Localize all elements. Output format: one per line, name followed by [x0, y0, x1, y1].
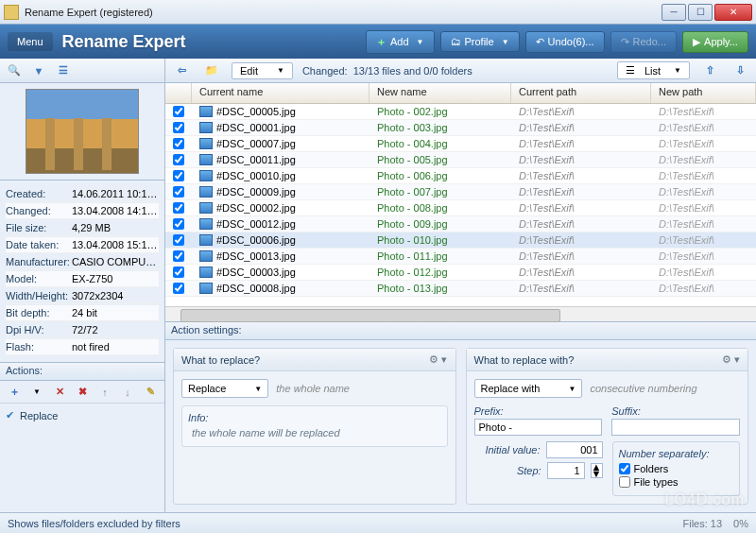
current-name: #DSC_00007.jpg: [216, 138, 296, 149]
filetypes-checkbox[interactable]: [619, 476, 630, 488]
col-checkbox[interactable]: [165, 83, 192, 103]
panel-title: What to replace?: [181, 354, 260, 366]
file-icon: [199, 218, 213, 230]
dropdown-action-button[interactable]: ▼: [26, 383, 47, 402]
status-text: Shows files/folders excluded by filters: [8, 518, 180, 529]
table-row[interactable]: #DSC_00002.jpg Photo - 008.jpg D:\Test\E…: [165, 200, 756, 216]
profile-button[interactable]: 🗂 Profile▼: [440, 31, 520, 52]
horizontal-scrollbar[interactable]: [165, 306, 756, 321]
undo-button[interactable]: ↶ Undo(6)...: [525, 31, 605, 53]
table-row[interactable]: #DSC_00005.jpg Photo - 002.jpg D:\Test\E…: [165, 104, 756, 120]
minimize-button[interactable]: ─: [662, 4, 686, 21]
move-up-button[interactable]: ↑: [94, 383, 115, 402]
row-checkbox[interactable]: [173, 234, 184, 246]
redo-button[interactable]: ↷ Redo...: [610, 31, 677, 53]
new-name: Photo - 002.jpg: [369, 106, 511, 117]
table-row[interactable]: #DSC_00007.jpg Photo - 004.jpg D:\Test\E…: [165, 136, 756, 152]
file-icon: [199, 266, 213, 278]
row-checkbox[interactable]: [173, 170, 184, 181]
table-row[interactable]: #DSC_00010.jpg Photo - 006.jpg D:\Test\E…: [165, 168, 756, 184]
meta-key: Manufacturer:: [6, 256, 72, 267]
add-button[interactable]: ＋ Add▼: [366, 30, 435, 54]
edit-action-button[interactable]: ✎: [140, 383, 161, 402]
nav-back-button[interactable]: ⇦: [171, 61, 192, 80]
col-current-path[interactable]: Current path: [511, 83, 651, 103]
row-checkbox[interactable]: [173, 266, 184, 278]
col-new-name[interactable]: New name: [369, 83, 511, 103]
current-name: #DSC_00005.jpg: [216, 106, 296, 117]
row-checkbox[interactable]: [173, 250, 184, 262]
replace-with-dropdown[interactable]: Replace with ▼: [474, 379, 583, 398]
new-name: Photo - 011.jpg: [369, 250, 511, 262]
replace-mode-dropdown[interactable]: Replace ▼: [181, 379, 268, 398]
move-down-button[interactable]: ↓: [117, 383, 138, 402]
row-checkbox[interactable]: [173, 154, 184, 165]
table-row[interactable]: #DSC_00012.jpg Photo - 009.jpg D:\Test\E…: [165, 216, 756, 232]
gear-icon[interactable]: ⚙ ▾: [722, 353, 740, 366]
collapse-down-button[interactable]: ⇩: [730, 61, 750, 80]
current-path: D:\Test\Exif\: [511, 202, 651, 214]
row-checkbox[interactable]: [173, 218, 184, 230]
list-tab[interactable]: ☰: [53, 61, 74, 80]
current-name: #DSC_00006.jpg: [216, 234, 296, 246]
new-name: Photo - 009.jpg: [369, 218, 511, 230]
action-item[interactable]: ✔ Replace: [4, 407, 161, 423]
table-row[interactable]: #DSC_00008.jpg Photo - 013.jpg D:\Test\E…: [165, 281, 756, 297]
remove-action-button[interactable]: ✕: [49, 383, 70, 402]
maximize-button[interactable]: ☐: [688, 4, 713, 21]
replace-with-panel: What to replace with? ⚙ ▾ Replace with ▼…: [466, 348, 749, 505]
file-list[interactable]: #DSC_00005.jpg Photo - 002.jpg D:\Test\E…: [165, 104, 756, 306]
meta-value: 3072x2304: [72, 290, 159, 301]
step-down[interactable]: ▼: [592, 471, 602, 477]
meta-value: 13.04.2008 15:11:28: [72, 239, 159, 250]
right-pane: ⇦ 📁 Edit ▼ Changed: 13/13 files and 0/0 …: [165, 59, 756, 512]
add-action-button[interactable]: ＋: [4, 383, 25, 402]
edit-dropdown[interactable]: Edit ▼: [232, 62, 293, 79]
table-row[interactable]: #DSC_00013.jpg Photo - 011.jpg D:\Test\E…: [165, 249, 756, 265]
table-row[interactable]: #DSC_00011.jpg Photo - 005.jpg D:\Test\E…: [165, 152, 756, 168]
current-name: #DSC_00008.jpg: [216, 283, 296, 294]
apply-button[interactable]: ▶ Apply...: [682, 31, 748, 53]
settings-body: What to replace? ⚙ ▾ Replace ▼ the whole…: [165, 340, 756, 512]
current-path: D:\Test\Exif\: [511, 266, 651, 278]
new-name: Photo - 004.jpg: [369, 138, 511, 149]
table-row[interactable]: #DSC_00003.jpg Photo - 012.jpg D:\Test\E…: [165, 265, 756, 281]
col-current-name[interactable]: Current name: [192, 83, 369, 103]
status-files: Files: 13: [683, 518, 723, 529]
file-icon: [199, 283, 213, 294]
undo-icon: ↶: [536, 36, 544, 48]
new-path: D:\Test\Exif\: [651, 283, 756, 294]
prefix-input[interactable]: [474, 419, 603, 436]
step-input[interactable]: [547, 462, 585, 479]
row-checkbox[interactable]: [173, 106, 184, 117]
zoom-tab[interactable]: 🔍: [4, 61, 25, 80]
view-dropdown[interactable]: ☰ List ▼: [617, 61, 690, 79]
table-row[interactable]: #DSC_00006.jpg Photo - 010.jpg D:\Test\E…: [165, 232, 756, 249]
folder-icon[interactable]: 📁: [201, 61, 222, 80]
table-row[interactable]: #DSC_00009.jpg Photo - 007.jpg D:\Test\E…: [165, 184, 756, 200]
row-checkbox[interactable]: [173, 186, 184, 198]
meta-key: Flash:: [6, 341, 72, 352]
meta-key: Width/Height:: [6, 290, 72, 301]
filetypes-checkbox-row[interactable]: File types: [619, 476, 734, 488]
folders-checkbox-row[interactable]: Folders: [619, 463, 734, 474]
list-toolbar: ⇦ 📁 Edit ▼ Changed: 13/13 files and 0/0 …: [165, 59, 756, 83]
menu-button[interactable]: Menu: [8, 32, 53, 51]
table-row[interactable]: #DSC_00001.jpg Photo - 003.jpg D:\Test\E…: [165, 120, 756, 136]
suffix-input[interactable]: [611, 419, 740, 436]
file-icon: [199, 154, 213, 165]
col-new-path[interactable]: New path: [651, 83, 756, 103]
close-button[interactable]: ✕: [714, 4, 752, 21]
row-checkbox[interactable]: [173, 202, 184, 214]
initial-value-input[interactable]: [546, 441, 603, 458]
number-separately-group: Number separately: Folders File types: [612, 441, 741, 496]
filter-tab[interactable]: ▼: [28, 61, 49, 80]
row-checkbox[interactable]: [173, 138, 184, 149]
actions-toolbar: ＋ ▼ ✕ ✖ ↑ ↓ ✎: [0, 381, 164, 404]
row-checkbox[interactable]: [173, 283, 184, 294]
folders-checkbox[interactable]: [619, 463, 630, 474]
row-checkbox[interactable]: [173, 122, 184, 133]
collapse-up-button[interactable]: ⇧: [699, 61, 720, 80]
clear-action-button[interactable]: ✖: [72, 383, 93, 402]
gear-icon[interactable]: ⚙ ▾: [429, 353, 447, 366]
